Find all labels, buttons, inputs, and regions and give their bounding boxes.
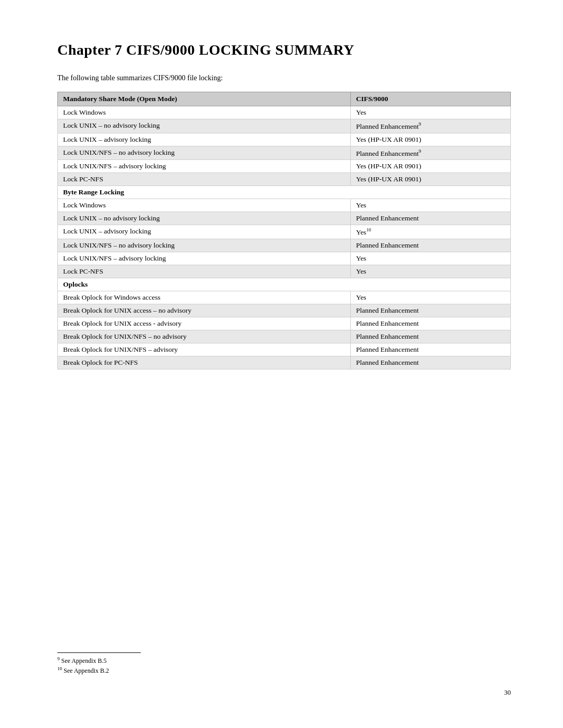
superscript-10: 10 — [366, 227, 371, 232]
table-cell-cifs: Yes (HP-UX AR 0901) — [350, 160, 510, 173]
table-cell-cifs: Planned Enhancement — [350, 356, 510, 369]
table-cell-feature: Lock UNIX/NFS – advisory locking — [58, 160, 351, 173]
table-cell-cifs: Planned Enhancement — [350, 304, 510, 317]
page-number: 30 — [504, 688, 511, 697]
table-cell-cifs: Yes — [350, 265, 510, 278]
table-cell-cifs: Yes — [350, 252, 510, 265]
footnote-area: 9 See Appendix B.5 10 See Appendix B.2 — [57, 652, 511, 676]
table-cell-cifs: Planned Enhancement — [350, 212, 510, 225]
table-cell-cifs: Yes10 — [350, 225, 510, 239]
footnote-divider — [57, 652, 141, 653]
table-cell-feature: Lock UNIX – no advisory locking — [58, 119, 351, 133]
table-cell-feature: Break Oplock for PC-NFS — [58, 356, 351, 369]
superscript-9: 9 — [419, 121, 421, 127]
table-cell-feature: Break Oplock for UNIX/NFS – advisory — [58, 343, 351, 356]
table-cell-cifs: Yes (HP-UX AR 0901) — [350, 173, 510, 186]
table-cell-feature: Lock Windows — [58, 199, 351, 212]
table-cell-cifs: Yes (HP-UX AR 0901) — [350, 133, 510, 146]
table-cell-cifs: Yes — [350, 291, 510, 304]
page: Chapter 7 CIFS/9000 LOCKING SUMMARY The … — [0, 0, 563, 728]
table-cell-feature: Lock PC-NFS — [58, 173, 351, 186]
table-header-col2: CIFS/9000 — [350, 92, 510, 106]
table-section-header: Byte Range Locking — [58, 186, 511, 199]
table-cell-cifs: Yes — [350, 199, 510, 212]
table-cell-cifs: Planned Enhancement — [350, 330, 510, 343]
table-section-header: Oplocks — [58, 278, 511, 291]
table-cell-feature: Break Oplock for Windows access — [58, 291, 351, 304]
table-cell-feature: Lock UNIX/NFS – no advisory locking — [58, 146, 351, 160]
footnote-10: 10 See Appendix B.2 — [57, 666, 511, 675]
superscript-9: 9 — [419, 149, 421, 154]
table-header-col1: Mandatory Share Mode (Open Mode) — [58, 92, 351, 106]
intro-text: The following table summarizes CIFS/9000… — [57, 74, 511, 82]
table-cell-feature: Lock UNIX – advisory locking — [58, 225, 351, 239]
table-cell-feature: Lock Windows — [58, 106, 351, 119]
table-cell-feature: Lock PC-NFS — [58, 265, 351, 278]
table-cell-feature: Break Oplock for UNIX access - advisory — [58, 317, 351, 330]
chapter-title: Chapter 7 CIFS/9000 LOCKING SUMMARY — [57, 42, 511, 58]
table-cell-feature: Break Oplock for UNIX/NFS – no advisory — [58, 330, 351, 343]
locking-summary-table: Mandatory Share Mode (Open Mode) CIFS/90… — [57, 92, 511, 369]
table-cell-feature: Lock UNIX/NFS – advisory locking — [58, 252, 351, 265]
table-cell-cifs: Planned Enhancement9 — [350, 119, 510, 133]
footnote-9: 9 See Appendix B.5 — [57, 656, 511, 665]
table-cell-cifs: Planned Enhancement — [350, 239, 510, 252]
table-cell-cifs: Yes — [350, 106, 510, 119]
table-cell-cifs: Planned Enhancement9 — [350, 146, 510, 160]
table-cell-cifs: Planned Enhancement — [350, 343, 510, 356]
table-cell-feature: Break Oplock for UNIX access – no adviso… — [58, 304, 351, 317]
table-cell-feature: Lock UNIX/NFS – no advisory locking — [58, 239, 351, 252]
table-cell-feature: Lock UNIX – advisory locking — [58, 133, 351, 146]
table-cell-cifs: Planned Enhancement — [350, 317, 510, 330]
table-cell-feature: Lock UNIX – no advisory locking — [58, 212, 351, 225]
